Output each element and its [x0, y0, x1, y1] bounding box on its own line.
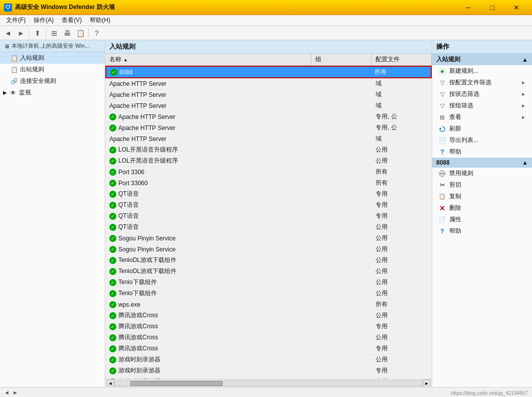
- table-row[interactable]: Apache HTTP Server 域: [105, 78, 432, 89]
- action-section-inbound[interactable]: 入站规则 ▲: [432, 54, 532, 65]
- action-filter-status[interactable]: ▽ 按状态筛选 ►: [432, 88, 532, 100]
- table-row[interactable]: TenioDL游戏下载组件 公用: [105, 266, 432, 277]
- menu-action[interactable]: 操作(A): [30, 15, 58, 26]
- cell-profile: 公用: [372, 277, 432, 288]
- action-section-8088[interactable]: 8088 ▲: [432, 158, 532, 168]
- sidebar-item-connection[interactable]: 🔗 连接安全规则: [0, 75, 105, 87]
- cell-name: 游戏时刻录游器: [105, 354, 311, 365]
- enabled-icon: [109, 224, 116, 231]
- menu-file[interactable]: 文件(F): [2, 15, 30, 26]
- table-row[interactable]: 游戏时刻录游器 专用: [105, 365, 432, 376]
- table-row[interactable]: Apache HTTP Server 专用, 公: [105, 122, 432, 134]
- action-help-8088[interactable]: ? 帮助: [432, 225, 532, 237]
- sidebar-item-outbound[interactable]: 📋 出站规则: [0, 64, 105, 75]
- action-export[interactable]: 📄 导出列表...: [432, 135, 532, 146]
- cell-name: 腾讯游戏Cross: [105, 321, 311, 332]
- action-new-rule[interactable]: ★ 新建规则...: [432, 65, 532, 77]
- sidebar-scroll[interactable]: 📋 入站规则 📋 出站规则 🔗 连接安全规则 ▶ 👁 监视: [0, 52, 105, 98]
- column-group[interactable]: 组: [311, 54, 372, 65]
- table-row[interactable]: 腾讯游戏Cross 公用: [105, 310, 432, 321]
- delete-label: 删除: [449, 204, 461, 212]
- table-row[interactable]: 8088 所有: [105, 66, 432, 78]
- toolbar-grid[interactable]: ⊞: [48, 28, 60, 39]
- table-row[interactable]: QT语音 专用: [105, 189, 432, 200]
- sidebar-header: 🖥 本地计算机 上的高级安全 Win...: [0, 40, 105, 52]
- cell-name: Tenio下载组件: [105, 288, 311, 299]
- table-row[interactable]: Sogou Pinyin Service 公用: [105, 233, 432, 244]
- left-arrow[interactable]: ◄: [4, 389, 10, 395]
- toolbar-up[interactable]: ⬆: [32, 28, 44, 39]
- scroll-right-arrow[interactable]: ►: [423, 379, 431, 387]
- row-name: QT语音: [118, 190, 139, 198]
- action-delete[interactable]: ✕ 删除: [432, 202, 532, 214]
- table-row[interactable]: Port 3306 所有: [105, 167, 432, 178]
- table-row[interactable]: Port 33060 所有: [105, 178, 432, 189]
- scroll-track[interactable]: [114, 380, 423, 386]
- table-row[interactable]: QT语音 专用: [105, 200, 432, 211]
- table-row[interactable]: Tenio下载组件 公用: [105, 288, 432, 299]
- cell-group: [311, 244, 372, 254]
- sidebar-item-monitor[interactable]: ▶ 👁 监视: [0, 87, 105, 98]
- table-row[interactable]: LOL开黑语音升级程序 公用: [105, 145, 432, 156]
- menu-help[interactable]: 帮助(H): [86, 15, 114, 26]
- action-help-inbound[interactable]: ? 帮助: [432, 146, 532, 158]
- toolbar-help[interactable]: ?: [91, 28, 103, 39]
- table-row[interactable]: LOL开黑语音升级程序 公用: [105, 156, 432, 167]
- filter-group-label: 按组筛选: [449, 101, 473, 110]
- scroll-left-arrow[interactable]: ◄: [106, 379, 114, 387]
- action-properties[interactable]: 📄 属性: [432, 214, 532, 225]
- table-row[interactable]: Apache HTTP Server 域: [105, 100, 432, 111]
- column-profile[interactable]: 配置文件: [372, 54, 432, 65]
- row-name: 腾讯游戏Cross: [118, 344, 158, 353]
- toolbar-back[interactable]: ◄: [2, 28, 14, 39]
- enabled-icon: [109, 113, 116, 120]
- action-copy[interactable]: 📋 复制: [432, 191, 532, 202]
- cell-profile: 公用: [372, 310, 432, 321]
- action-refresh[interactable]: 刷新: [432, 123, 532, 135]
- toolbar-print[interactable]: 🖶: [61, 28, 73, 39]
- column-group-text: 组: [315, 55, 321, 64]
- enabled-icon: [109, 279, 116, 286]
- table-row[interactable]: 游戏时刻录游器 公用: [105, 354, 432, 365]
- maximize-button[interactable]: □: [481, 0, 504, 15]
- cell-group: [311, 277, 372, 288]
- table-row[interactable]: 腾讯游戏Cross 专用: [105, 343, 432, 354]
- arrow-icon-2: ►: [521, 91, 526, 97]
- enabled-icon: [109, 169, 116, 176]
- toolbar-forward[interactable]: ►: [15, 28, 27, 39]
- table-row[interactable]: Apache HTTP Server 域: [105, 89, 432, 100]
- table-row[interactable]: QT语音 专用: [105, 211, 432, 222]
- cell-group: [311, 145, 372, 155]
- table-row[interactable]: TenioDL游戏下载组件 公用: [105, 255, 432, 266]
- sidebar-header-icon: 🖥: [4, 43, 10, 49]
- action-filter-group[interactable]: ▽ 按组筛选 ►: [432, 100, 532, 111]
- action-cut[interactable]: ✂ 剪切: [432, 179, 532, 191]
- table-row[interactable]: Apache HTTP Server 专用, 公: [105, 111, 432, 122]
- table-row[interactable]: Apache HTTP Server 域: [105, 134, 432, 145]
- action-disable-rule[interactable]: 禁用规则: [432, 168, 532, 179]
- minimize-button[interactable]: ─: [457, 0, 480, 15]
- action-view[interactable]: ⊞ 查看 ►: [432, 111, 532, 123]
- toolbar-properties[interactable]: 📋: [74, 28, 86, 39]
- sidebar-item-inbound[interactable]: 📋 入站规则: [0, 52, 105, 64]
- scroll-thumb[interactable]: [130, 381, 223, 386]
- table-row[interactable]: wps.exe 所有: [105, 299, 432, 310]
- filter-profile-label: 按配置文件筛选: [449, 78, 491, 87]
- nav-arrows: ◄ ►: [4, 389, 18, 395]
- table-row[interactable]: 腾讯游戏Cross 公用: [105, 332, 432, 343]
- row-name: 腾讯游戏Cross: [118, 333, 158, 342]
- row-name: Apache HTTP Server: [109, 102, 166, 109]
- table-body[interactable]: 8088 所有 Apache HTTP Server 域 Apache HTTP…: [105, 66, 432, 379]
- table-row[interactable]: Tenio下载组件 公用: [105, 277, 432, 288]
- action-filter-profile[interactable]: ▽ 按配置文件筛选 ►: [432, 77, 532, 88]
- table-row[interactable]: QT语音 公用: [105, 222, 432, 233]
- filter-group-icon: ▽: [438, 102, 446, 110]
- column-name[interactable]: 名称 ▲: [105, 54, 311, 65]
- horizontal-scrollbar[interactable]: ◄ ►: [105, 379, 432, 387]
- menu-view[interactable]: 查看(V): [58, 15, 86, 26]
- right-arrow[interactable]: ►: [13, 389, 18, 395]
- close-button[interactable]: ✕: [505, 0, 528, 15]
- table-row[interactable]: Sogou Pinyin Service 公用: [105, 244, 432, 255]
- cell-profile: 公用: [372, 332, 432, 343]
- table-row[interactable]: 腾讯游戏Cross 专用: [105, 321, 432, 332]
